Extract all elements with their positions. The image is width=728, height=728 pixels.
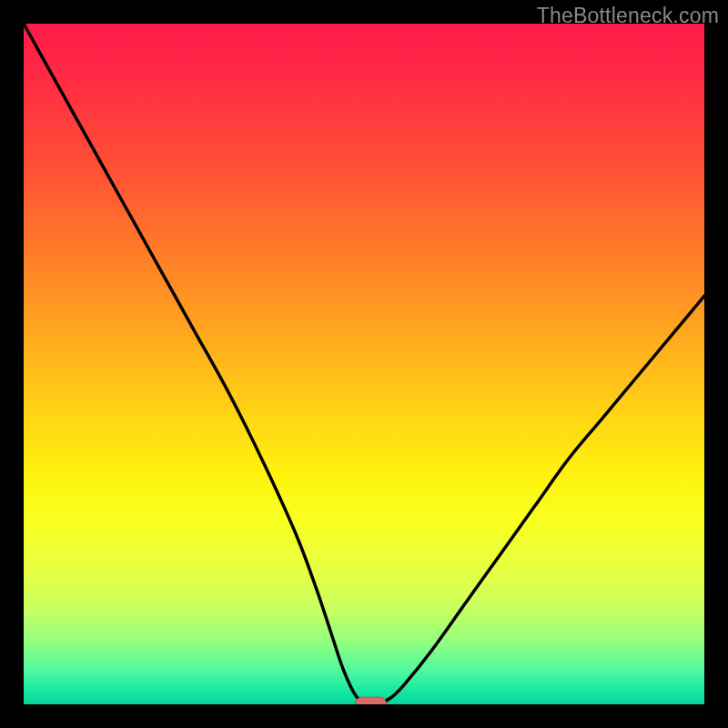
chart-container: { "watermark": "TheBottleneck.com", "cha… bbox=[0, 0, 728, 728]
optimum-marker bbox=[356, 697, 387, 704]
bottleneck-curve bbox=[24, 24, 704, 704]
curve-layer bbox=[24, 24, 704, 704]
watermark-label: TheBottleneck.com bbox=[537, 4, 719, 28]
plot-area bbox=[24, 24, 704, 704]
